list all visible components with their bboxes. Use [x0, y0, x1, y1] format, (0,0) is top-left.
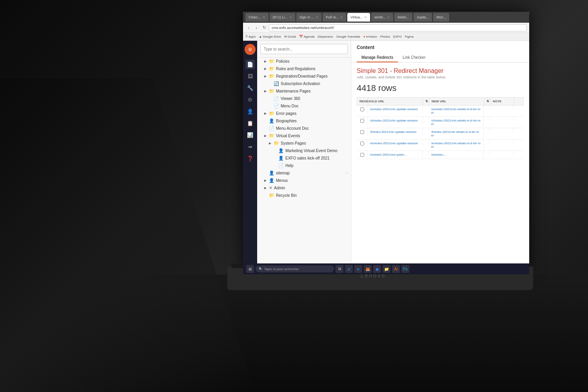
sidebar-icon-settings[interactable]: 🔧 [245, 83, 255, 93]
tree-item[interactable]: 🔄Subscription Activation [257, 80, 351, 87]
bookmark-figma[interactable]: Figma [405, 35, 414, 38]
doc-icon: 📄 [274, 103, 279, 109]
tree-item[interactable]: 📁Recycle Bin [257, 192, 351, 199]
reload-button[interactable]: ↻ [261, 25, 267, 31]
old-url-cell-2: /fr/esko-2021/c4c-update-session [368, 128, 423, 136]
tree-item-label: EXFO sales kick-off 2021 [285, 156, 330, 160]
chevron-icon: ▶ [264, 186, 268, 190]
row-checkbox-cell-0[interactable] [357, 105, 368, 113]
tree-item[interactable]: ▶📁System Pages [257, 140, 351, 147]
browser-tab-2[interactable]: (8+1) Li... ✕ [270, 13, 295, 22]
tree-item[interactable]: 👤Biographies [257, 117, 351, 125]
sidebar-icon-gear[interactable]: ⚙ [245, 95, 255, 104]
taskbar-ai[interactable]: Ai [392, 265, 400, 273]
taskbar-windows[interactable]: ⊞ [246, 265, 254, 273]
tree-item[interactable]: ▶✕Admin [257, 184, 351, 192]
laptop-screen: Charc... ✕ (8+1) Li... ✕ Sign in ... ✕ P… [243, 12, 529, 270]
back-button[interactable]: ‹ [245, 25, 252, 31]
sidebar-icon-users[interactable]: 👤 [245, 107, 255, 116]
taskbar-ps[interactable]: Ps [401, 265, 409, 273]
browser-tab-4[interactable]: Pull re... ✕ [323, 13, 346, 22]
tab-close-4[interactable]: ✕ [340, 16, 343, 19]
tree-item[interactable]: ▶📁Registration/Download Pages [257, 73, 351, 80]
row-checkbox-3[interactable] [360, 142, 364, 145]
tree-item[interactable]: 👤Marketing Virtual Event Demo [257, 147, 351, 154]
row-checkbox-cell-3[interactable] [357, 140, 368, 147]
tab-manage-redirects[interactable]: Manage Redirects [357, 53, 398, 62]
sidebar-icon-redirect[interactable]: ➡ [245, 142, 255, 151]
row-checkbox-cell-1[interactable] [357, 117, 368, 125]
person-icon: 👤 [269, 178, 274, 183]
browser-tab-9[interactable]: Mon... [433, 13, 449, 22]
header-sort-2[interactable]: ⇅ [484, 98, 490, 105]
tree-item[interactable]: 📄Menu Account Doc [257, 125, 351, 132]
sidebar-icon-data[interactable]: 📊 [245, 130, 255, 140]
tree-item[interactable]: ▶📁Maintenance Pages [257, 87, 351, 95]
old-url-cell-3: /en/esko-2021/c4c-update-session [368, 140, 423, 147]
tree-item[interactable]: 👤EXFO sales kick-off 2021 [257, 154, 351, 162]
tree-item-label: Menu Account Doc [276, 126, 309, 131]
taskbar-task-view[interactable]: ⧉ [336, 265, 343, 273]
taskbar-explorer[interactable]: 📁 [383, 265, 390, 273]
forward-button[interactable]: › [253, 25, 260, 31]
address-bar[interactable]: cms-exfo.azurewebsites.net/umbraco/#/ [269, 24, 527, 31]
bookmark-agenda[interactable]: 📅 Agenda [299, 35, 315, 38]
tree-item-label: Subscription Activation [281, 82, 320, 86]
bookmark-drive[interactable]: ▲ Google Drive [259, 35, 281, 38]
table-row: /es/esko-2021/c4c-update-session /es/esk… [357, 105, 524, 117]
old-url-cell-4: /es/esko-2021/oon-partn... [368, 151, 423, 158]
tab-close-5[interactable]: ✕ [364, 16, 367, 19]
tree-item[interactable]: ▶👤Menus [257, 177, 351, 184]
header-sort-1[interactable]: ⇅ [423, 98, 429, 105]
tab-close-6[interactable]: ✕ [387, 16, 390, 19]
bookmark-depanneur[interactable]: Dépanneur [318, 35, 333, 38]
row-checkbox-0[interactable] [360, 107, 364, 111]
old-url-cell-1: /zh/esko-2021/c4c-update-session [368, 117, 423, 124]
bookmark-apps[interactable]: ⠿ Apps [245, 35, 256, 38]
tree-item[interactable]: 📄Help [257, 162, 351, 169]
tree-item[interactable]: 📄Viewer 360 [257, 95, 351, 102]
header-new-url: NEW URL [429, 98, 484, 105]
sort-icon-3 [423, 140, 429, 143]
tree-item[interactable]: ▶📁Virtual Events [257, 132, 351, 140]
browser-tab-1[interactable]: Charc... ✕ [245, 13, 269, 22]
browser-tab-3[interactable]: Sign in ... ✕ [296, 13, 322, 22]
bookmark-invision[interactable]: ● InVision [363, 35, 377, 38]
browser-tab-7[interactable]: Miafo... [394, 13, 412, 22]
browser-tab-5[interactable]: Virtua... ✕ [347, 13, 370, 22]
sidebar-icon-content[interactable]: 📄 [245, 60, 255, 69]
tree-item[interactable]: ▶📁Rules and Regulations [257, 65, 351, 73]
row-checkbox-2[interactable] [360, 130, 364, 134]
taskbar-firefox[interactable]: 🦊 [364, 265, 372, 273]
tree-item[interactable]: 📄Menu Doc [257, 102, 351, 110]
taskbar-edge[interactable]: e [345, 265, 353, 273]
tree-item[interactable]: 👤sitemap··· [257, 169, 351, 177]
sidebar-icon-help[interactable]: ❓ [245, 154, 255, 163]
bookmark-gmail[interactable]: ✉ Gmail [284, 35, 296, 38]
taskbar-chrome[interactable]: ◉ [373, 265, 381, 273]
tree-item[interactable]: ▶📁Policies [257, 58, 351, 65]
tree-item[interactable]: ▶📁Error pages [257, 110, 351, 117]
row-checkbox-1[interactable] [360, 119, 364, 123]
tab-link-checker[interactable]: Link Checker [398, 53, 430, 62]
tab-close-1[interactable]: ✕ [263, 16, 265, 19]
tab-close-3[interactable]: ✕ [316, 16, 318, 19]
tab-close-2[interactable]: ✕ [289, 16, 292, 19]
row-checkbox-4[interactable] [360, 153, 364, 157]
sidebar-icon-forms[interactable]: 📋 [245, 118, 255, 128]
bookmark-translate[interactable]: Google Translate [336, 35, 360, 38]
taskbar-ie[interactable]: e [354, 265, 362, 273]
browser-tab-8[interactable]: Jupite... [414, 13, 432, 22]
sort-icon2-2 [484, 128, 490, 132]
taskbar-search[interactable]: 🔍 Taper ici pour rechercher [256, 265, 334, 272]
content-header: Content Manage Redirects Link Checker [351, 41, 529, 63]
new-url-cell-3: /en/esko-2021/c4c-whats-in-it-for-me/ [429, 140, 484, 151]
more-options-button[interactable]: ··· [345, 171, 348, 175]
bookmark-exfo[interactable]: EXFO [393, 35, 402, 38]
row-checkbox-cell-2[interactable] [357, 128, 368, 136]
bookmark-photos[interactable]: Photos [380, 35, 390, 38]
row-checkbox-cell-4[interactable] [357, 151, 368, 159]
browser-tab-6[interactable]: wmbr... ✕ [371, 13, 393, 22]
sidebar-icon-media[interactable]: 🖼 [245, 71, 255, 81]
search-input[interactable] [260, 44, 348, 54]
